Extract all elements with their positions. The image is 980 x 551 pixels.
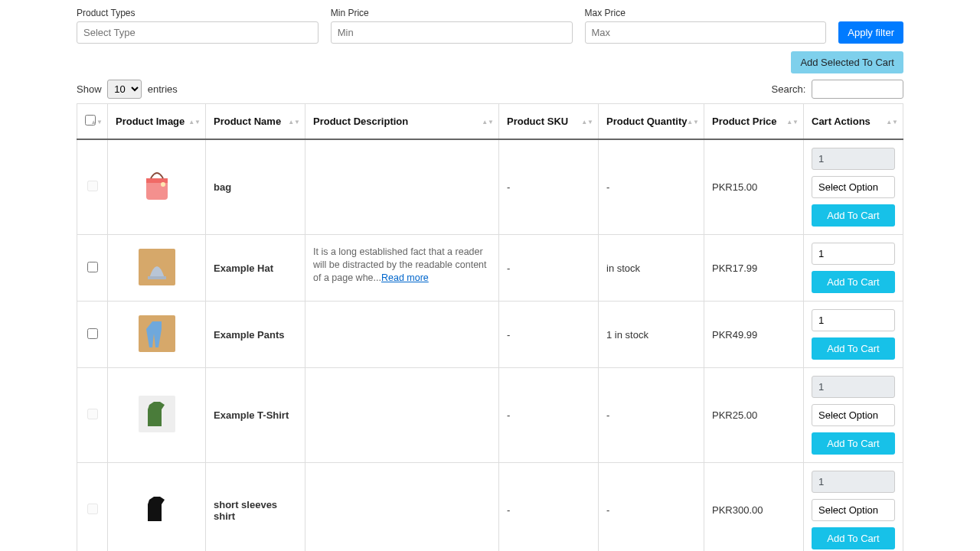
product-description: It is a long established fact that a rea… [305,235,499,302]
product-price: PKR300.00 [704,463,804,552]
length-label-pre: Show [77,83,102,95]
quantity-input[interactable] [812,309,895,331]
cart-actions-cell: Add To Cart [804,368,903,463]
read-more-link[interactable]: Read more [381,272,429,283]
sort-icon: ▲▼ [687,119,699,124]
product-thumbnail[interactable] [139,249,175,285]
product-image-cell [108,368,206,463]
variant-select[interactable] [812,176,895,198]
table-row: short sleeves shirt--PKR300.00Add To Car… [77,463,903,552]
add-to-cart-button[interactable]: Add To Cart [812,337,895,360]
table-row: Example T-Shirt--PKR25.00Add To Cart [77,368,903,463]
search-control: Search: [772,80,903,99]
max-price-label: Max Price [585,8,827,18]
length-select[interactable]: 10 [107,80,142,99]
filter-apply: Apply filter [838,21,903,44]
product-quantity: - [599,368,704,463]
product-name: short sleeves shirt [206,463,305,552]
sort-icon: ▲▼ [581,119,593,124]
product-description [305,139,499,235]
apply-filter-button[interactable]: Apply filter [838,21,903,44]
product-name: Example Pants [206,302,305,368]
product-image-cell [108,463,206,552]
filter-product-types: Product Types [77,8,318,44]
sort-icon: ▲▼ [188,119,201,124]
column-header-image[interactable]: Product Image▲▼ [108,104,206,140]
product-description [305,368,499,463]
product-thumbnail[interactable] [139,491,175,527]
length-control: Show 10 entries [77,80,178,99]
product-quantity: - [599,463,704,552]
row-checkbox[interactable] [87,328,98,339]
variant-select[interactable] [812,404,895,426]
product-thumbnail[interactable] [139,168,175,204]
row-checkbox [87,181,98,191]
search-input[interactable] [812,80,903,99]
cart-actions-cell: Add To Cart [804,463,903,552]
add-to-cart-button[interactable]: Add To Cart [812,432,895,455]
add-selected-top-button[interactable]: Add Selected To Cart [791,51,903,73]
product-image-cell [108,139,206,235]
table-row: bag--PKR15.00Add To Cart [77,139,903,235]
product-sku: - [499,235,599,302]
product-name: bag [206,139,305,235]
table-row: Example Pants-1 in stockPKR49.99Add To C… [77,302,903,368]
column-header-cart[interactable]: Cart Actions▲▼ [804,104,903,140]
min-price-label: Min Price [331,8,573,18]
variant-select[interactable] [812,499,895,521]
top-actions: Add Selected To Cart [77,51,903,73]
add-to-cart-button[interactable]: Add To Cart [812,204,895,227]
column-header-description[interactable]: Product Description▲▼ [305,104,499,140]
product-types-label: Product Types [77,8,318,18]
column-header-checkbox[interactable]: ▲▼ [77,104,108,140]
column-header-quantity[interactable]: Product Quantity▲▼ [599,104,704,140]
search-label: Search: [772,83,806,95]
row-checkbox-cell [77,368,108,463]
row-checkbox [87,409,98,419]
row-checkbox-cell [77,235,108,302]
product-thumbnail[interactable] [139,396,175,432]
product-price: PKR17.99 [704,235,804,302]
min-price-input[interactable] [331,21,573,44]
product-sku: - [499,302,599,368]
product-price: PKR49.99 [704,302,804,368]
product-sku: - [499,368,599,463]
add-to-cart-button[interactable]: Add To Cart [812,271,895,293]
length-label-post: entries [148,83,178,95]
product-image-cell [108,235,206,302]
column-header-name[interactable]: Product Name▲▼ [206,104,305,140]
product-name: Example T-Shirt [206,368,305,463]
product-quantity: - [599,139,704,235]
product-image-cell [108,302,206,368]
datatable-controls: Show 10 entries Search: [77,80,903,99]
quantity-input[interactable] [812,243,895,265]
row-checkbox-cell [77,463,108,552]
filter-bar: Product Types Min Price Max Price Apply … [77,8,903,44]
product-description [305,302,499,368]
cart-actions-cell: Add To Cart [804,139,903,235]
column-header-sku[interactable]: Product SKU▲▼ [499,104,599,140]
add-to-cart-button[interactable]: Add To Cart [812,527,895,549]
filter-min-price: Min Price [331,8,573,44]
quantity-input [812,376,895,398]
row-checkbox-cell [77,302,108,368]
cart-actions-cell: Add To Cart [804,235,903,302]
product-thumbnail[interactable] [139,315,175,352]
product-name: Example Hat [206,235,305,302]
sort-icon: ▲▼ [90,119,103,124]
product-description [305,463,499,552]
row-checkbox-cell [77,139,108,235]
product-quantity: 1 in stock [599,302,704,368]
table-row: Example HatIt is a long established fact… [77,235,903,302]
product-types-input[interactable] [77,21,318,44]
sort-icon: ▲▼ [886,119,898,124]
sort-icon: ▲▼ [288,119,300,124]
quantity-input [812,471,895,493]
row-checkbox[interactable] [87,262,98,272]
column-header-price[interactable]: Product Price▲▼ [704,104,804,140]
sort-icon: ▲▼ [786,119,799,124]
max-price-input[interactable] [585,21,827,44]
product-price: PKR15.00 [704,139,804,235]
cart-actions-cell: Add To Cart [804,302,903,368]
product-sku: - [499,463,599,552]
